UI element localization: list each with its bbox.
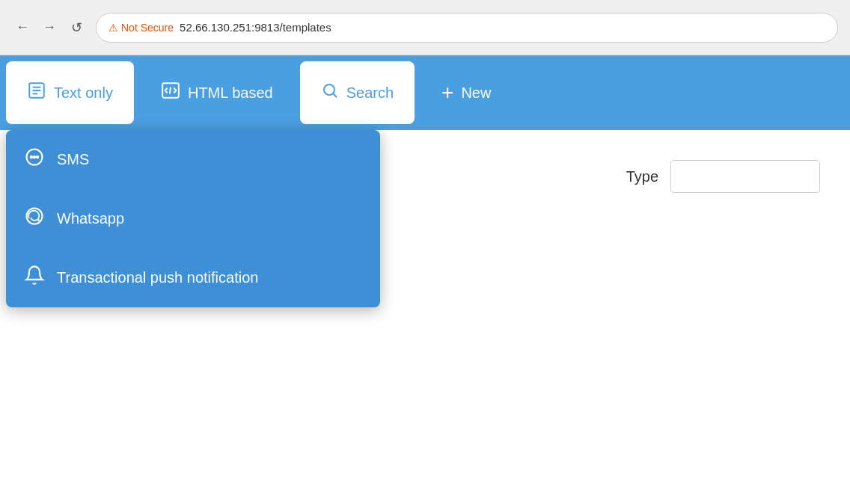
- dropdown-item-sms[interactable]: ▶ SMS: [6, 130, 380, 189]
- browser-chrome: ← → ↺ ⚠ Not Secure 52.66.130.251:9813/te…: [0, 0, 850, 55]
- html-icon: [161, 81, 180, 105]
- tab-new-label: New: [461, 84, 491, 102]
- sms-icon: [24, 147, 45, 173]
- tab-text-only-label: Text only: [54, 84, 113, 102]
- dropdown-item-whatsapp-label: Whatsapp: [57, 210, 124, 227]
- address-text: 52.66.130.251:9813/templates: [180, 21, 331, 34]
- back-button[interactable]: ←: [12, 17, 33, 38]
- nav-buttons: ← → ↺: [12, 17, 87, 38]
- dropdown-item-push[interactable]: Transactional push notification: [6, 248, 380, 307]
- svg-line-9: [170, 87, 171, 94]
- search-icon: [321, 82, 339, 104]
- svg-line-8: [174, 90, 176, 93]
- svg-point-10: [324, 84, 334, 95]
- dropdown-item-push-label: Transactional push notification: [57, 269, 258, 286]
- svg-point-15: [37, 156, 38, 158]
- tab-search-label: Search: [346, 84, 394, 102]
- type-label: Type: [626, 168, 658, 185]
- tab-html-based-label: HTML based: [188, 84, 273, 102]
- svg-point-14: [34, 156, 35, 158]
- type-area: Type: [626, 160, 850, 193]
- tab-new[interactable]: + New: [421, 55, 512, 130]
- new-icon: +: [441, 81, 453, 105]
- not-secure-badge: ⚠ Not Secure: [108, 22, 174, 34]
- dropdown-item-whatsapp[interactable]: ▶ Whatsapp: [6, 189, 380, 248]
- page-wrapper: Text only HTML based: [0, 55, 850, 504]
- tab-bar: Text only HTML based: [0, 55, 850, 130]
- whatsapp-icon: [24, 206, 45, 232]
- svg-line-11: [333, 94, 337, 98]
- svg-point-13: [31, 156, 32, 158]
- text-only-icon: [27, 81, 46, 105]
- forward-button[interactable]: →: [39, 17, 60, 38]
- tab-text-only[interactable]: Text only: [6, 61, 134, 124]
- type-input[interactable]: [670, 160, 820, 193]
- reload-button[interactable]: ↺: [66, 17, 87, 38]
- push-icon: [24, 265, 45, 291]
- tab-search[interactable]: Search: [300, 61, 415, 124]
- content-area: ▶ SMS ▶: [0, 130, 850, 504]
- address-bar[interactable]: ⚠ Not Secure 52.66.130.251:9813/template…: [96, 13, 838, 43]
- dropdown-menu: ▶ SMS ▶: [6, 130, 380, 307]
- tab-html-based[interactable]: HTML based: [140, 55, 294, 130]
- svg-line-6: [165, 90, 167, 93]
- warning-icon: ⚠: [108, 22, 118, 34]
- not-secure-label: Not Secure: [121, 22, 174, 34]
- dropdown-item-sms-label: SMS: [57, 151, 89, 168]
